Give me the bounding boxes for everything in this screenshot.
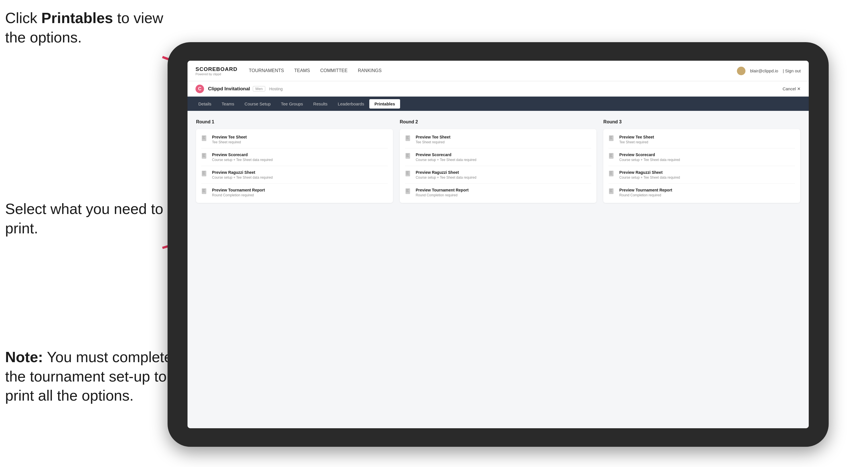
round-1-raguzzi[interactable]: Preview Raguzzi Sheet Course setup + Tee… bbox=[201, 166, 388, 184]
round-1-scorecard[interactable]: Preview Scorecard Course setup + Tee She… bbox=[201, 149, 388, 166]
svg-rect-19 bbox=[202, 191, 205, 192]
svg-rect-50 bbox=[610, 190, 612, 191]
round-1-tournament-report-sublabel: Round Completion required bbox=[212, 193, 388, 197]
svg-rect-34 bbox=[406, 190, 408, 191]
cancel-button[interactable]: Cancel ✕ bbox=[782, 86, 801, 91]
tablet-frame: SCOREBOARD Powered by clippd TOURNAMENTS… bbox=[167, 42, 829, 447]
svg-rect-27 bbox=[406, 156, 409, 157]
tab-leaderboards[interactable]: Leaderboards bbox=[333, 99, 369, 108]
tab-teams[interactable]: Teams bbox=[217, 99, 239, 108]
round-1-tournament-report[interactable]: Preview Tournament Report Round Completi… bbox=[201, 184, 388, 197]
annotation-top-bold: Printables bbox=[41, 10, 113, 26]
round-1-card: Preview Tee Sheet Tee Sheet required bbox=[196, 129, 393, 203]
svg-rect-41 bbox=[610, 154, 612, 154]
nav-tournaments[interactable]: TOURNAMENTS bbox=[249, 67, 284, 75]
round-3-raguzzi-sublabel: Course setup + Tee Sheet data required bbox=[619, 176, 795, 180]
svg-rect-49 bbox=[610, 189, 612, 190]
brand-sub: Powered by clippd bbox=[195, 72, 237, 76]
round-3-tee-sheet[interactable]: Preview Tee Sheet Tee Sheet required bbox=[609, 135, 795, 149]
round-3-card: Preview Tee Sheet Tee Sheet required bbox=[603, 129, 800, 203]
round-3-raguzzi[interactable]: Preview Raguzzi Sheet Course setup + Tee… bbox=[609, 166, 795, 184]
round-3-tournament-report-icon bbox=[609, 188, 615, 196]
svg-rect-14 bbox=[202, 173, 205, 173]
round-2-scorecard[interactable]: Preview Scorecard Course setup + Tee She… bbox=[405, 149, 592, 166]
nav-teams[interactable]: TEAMS bbox=[294, 67, 310, 75]
round-3-scorecard-sublabel: Course setup + Tee Sheet data required bbox=[619, 158, 795, 162]
annotation-top: Click Printables to view the options. bbox=[5, 8, 165, 47]
round-2-tee-sheet-info: Preview Tee Sheet Tee Sheet required bbox=[416, 135, 592, 144]
svg-rect-21 bbox=[406, 136, 409, 137]
raguzzi-icon bbox=[201, 171, 208, 179]
svg-rect-35 bbox=[406, 191, 409, 192]
round-3-scorecard-label: Preview Scorecard bbox=[619, 152, 795, 157]
round-1-tee-sheet[interactable]: Preview Tee Sheet Tee Sheet required bbox=[201, 135, 388, 149]
sign-out-link[interactable]: | Sign out bbox=[783, 68, 801, 73]
round-2-scorecard-icon bbox=[405, 153, 412, 161]
brand-title: SCOREBOARD bbox=[195, 66, 237, 72]
top-nav-right: blair@clippd.io | Sign out bbox=[737, 67, 801, 75]
annotation-bottom-bold: Note: bbox=[5, 349, 43, 365]
round-2-tee-sheet[interactable]: Preview Tee Sheet Tee Sheet required bbox=[405, 135, 592, 149]
tab-course-setup[interactable]: Course Setup bbox=[239, 99, 276, 108]
round-1-raguzzi-label: Preview Raguzzi Sheet bbox=[212, 170, 388, 175]
round-1-tournament-report-info: Preview Tournament Report Round Completi… bbox=[212, 188, 388, 197]
round-3-raguzzi-info: Preview Raguzzi Sheet Course setup + Tee… bbox=[619, 170, 795, 180]
tee-sheet-icon bbox=[201, 135, 208, 143]
round-3-raguzzi-label: Preview Raguzzi Sheet bbox=[619, 170, 795, 175]
svg-rect-22 bbox=[406, 137, 408, 138]
round-3-scorecard[interactable]: Preview Scorecard Course setup + Tee She… bbox=[609, 149, 795, 166]
round-1-tee-sheet-info: Preview Tee Sheet Tee Sheet required bbox=[212, 135, 388, 144]
svg-rect-51 bbox=[610, 191, 612, 192]
round-1-title: Round 1 bbox=[196, 119, 393, 125]
round-2-raguzzi[interactable]: Preview Raguzzi Sheet Course setup + Tee… bbox=[405, 166, 592, 184]
svg-rect-10 bbox=[202, 155, 205, 156]
round-1-tee-sheet-label: Preview Tee Sheet bbox=[212, 135, 388, 139]
svg-rect-5 bbox=[202, 136, 205, 137]
round-3-tournament-report[interactable]: Preview Tournament Report Round Completi… bbox=[609, 184, 795, 197]
nav-committee[interactable]: COMMITTEE bbox=[320, 67, 348, 75]
tournament-logo: C bbox=[195, 85, 204, 93]
round-1-raguzzi-info: Preview Raguzzi Sheet Course setup + Tee… bbox=[212, 170, 388, 180]
svg-rect-18 bbox=[202, 190, 205, 191]
tablet-screen: SCOREBOARD Powered by clippd TOURNAMENTS… bbox=[187, 61, 809, 428]
svg-rect-9 bbox=[202, 154, 205, 154]
round-3-tee-sheet-sublabel: Tee Sheet required bbox=[619, 140, 795, 144]
tab-details[interactable]: Details bbox=[193, 99, 217, 108]
round-2-tournament-report-info: Preview Tournament Report Round Completi… bbox=[416, 188, 592, 197]
main-content: Round 1 bbox=[187, 111, 809, 428]
tab-tee-groups[interactable]: Tee Groups bbox=[276, 99, 308, 108]
svg-rect-13 bbox=[202, 172, 205, 172]
svg-rect-30 bbox=[406, 173, 408, 173]
top-nav: SCOREBOARD Powered by clippd TOURNAMENTS… bbox=[187, 61, 809, 81]
round-2-tee-sheet-icon bbox=[405, 135, 412, 143]
tournament-badge: Men bbox=[253, 86, 265, 91]
round-2-tournament-report-icon bbox=[405, 188, 412, 196]
round-3-tournament-report-sublabel: Round Completion required bbox=[619, 193, 795, 197]
round-3-scorecard-info: Preview Scorecard Course setup + Tee She… bbox=[619, 152, 795, 162]
tab-results[interactable]: Results bbox=[308, 99, 333, 108]
round-2-scorecard-label: Preview Scorecard bbox=[416, 152, 592, 157]
round-2-raguzzi-sublabel: Course setup + Tee Sheet data required bbox=[416, 176, 592, 180]
tournament-report-icon bbox=[201, 188, 208, 196]
tab-printables[interactable]: Printables bbox=[369, 99, 400, 108]
brand: SCOREBOARD Powered by clippd bbox=[195, 66, 237, 76]
round-2-tournament-report[interactable]: Preview Tournament Report Round Completi… bbox=[405, 184, 592, 197]
svg-rect-23 bbox=[406, 138, 409, 139]
user-email: blair@clippd.io bbox=[750, 68, 778, 73]
round-1-tournament-report-label: Preview Tournament Report bbox=[212, 188, 388, 192]
annotation-middle-text: Select what you need to print. bbox=[5, 200, 163, 237]
annotation-middle: Select what you need to print. bbox=[5, 199, 165, 238]
sub-tabs: Details Teams Course Setup Tee Groups Re… bbox=[187, 97, 809, 111]
round-3-tee-sheet-icon bbox=[609, 135, 615, 143]
svg-rect-15 bbox=[202, 174, 205, 175]
round-2-card: Preview Tee Sheet Tee Sheet required bbox=[400, 129, 597, 203]
svg-rect-29 bbox=[406, 172, 409, 172]
nav-rankings[interactable]: RANKINGS bbox=[358, 67, 382, 75]
round-1-scorecard-sublabel: Course setup + Tee Sheet data required bbox=[212, 158, 388, 162]
round-2-tournament-report-sublabel: Round Completion required bbox=[416, 193, 592, 197]
svg-rect-42 bbox=[610, 155, 612, 156]
svg-rect-38 bbox=[610, 137, 612, 138]
svg-rect-25 bbox=[406, 154, 409, 154]
round-1-raguzzi-sublabel: Course setup + Tee Sheet data required bbox=[212, 176, 388, 180]
tournament-status: Hosting bbox=[269, 87, 283, 91]
